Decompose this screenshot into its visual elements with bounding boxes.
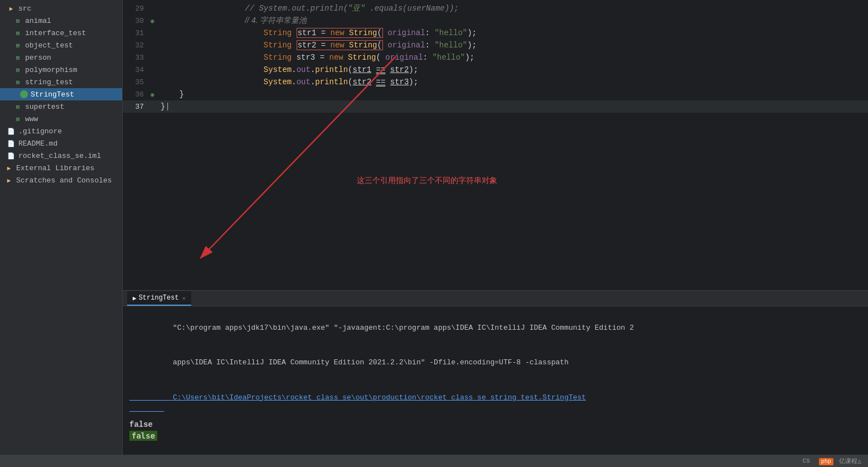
- sidebar-label: External Libraries: [16, 164, 94, 172]
- sidebar-label: person: [25, 54, 51, 62]
- sidebar-item-string-test[interactable]: ⊞ string_test: [0, 76, 122, 88]
- line-code: }|: [161, 102, 868, 111]
- line-number: 32: [123, 41, 151, 50]
- console-line-false-2: false: [129, 431, 861, 441]
- sidebar-item-www[interactable]: ⊞ www: [0, 113, 122, 125]
- code-line-35: 35 System.out.println(str2 == str3);: [123, 76, 868, 88]
- console-line-1: "C:\program apps\jdk17\bin\java.exe" "-j…: [129, 311, 861, 345]
- code-line-36: 36 ◉ }: [123, 88, 868, 100]
- line-gutter: ◉: [151, 89, 161, 99]
- sidebar-label: www: [25, 115, 38, 123]
- sidebar-label: animal: [25, 17, 51, 25]
- package-icon: ⊞: [13, 78, 22, 86]
- sidebar-item-external-libraries[interactable]: ▶ External Libraries: [0, 162, 122, 174]
- console-line-3[interactable]: C:\Users\bit\IdeaProjects\rocket_class_s…: [129, 381, 861, 415]
- line-number: 37: [123, 103, 151, 111]
- sidebar-label: polymorphism: [25, 66, 77, 74]
- line-number: 34: [123, 66, 151, 74]
- sidebar-label: Scratches and Consoles: [16, 176, 112, 185]
- console-output: "C:\program apps\jdk17\bin\java.exe" "-j…: [123, 306, 868, 455]
- editor-area: 29 // System.out.println("亚" .equals(use…: [123, 0, 868, 290]
- line-gutter: ◉: [151, 16, 161, 26]
- sidebar-label: object_test: [25, 41, 73, 50]
- console-line-false-1: false: [129, 418, 861, 431]
- file-icon: 📄: [7, 151, 16, 160]
- sidebar-item-scratches[interactable]: ▶ Scratches and Consoles: [0, 174, 122, 186]
- run-icon: [20, 90, 28, 98]
- sidebar-label: StringTest: [31, 90, 74, 99]
- sidebar: ▶ src ⊞ animal ⊞ interface_test ⊞ object…: [0, 0, 123, 455]
- console-line-2: apps\IDEA IC\IntelliJ IDEA Community Edi…: [129, 345, 861, 380]
- bottom-panel: ▶ StringTest ✕ "C:\program apps\jdk17\bi…: [123, 290, 868, 455]
- sidebar-label: interface_test: [25, 29, 86, 37]
- bottom-tabs: ▶ StringTest ✕: [123, 291, 868, 306]
- package-icon: ⊞: [13, 65, 22, 74]
- line-number: 36: [123, 90, 151, 99]
- code-content[interactable]: 29 // System.out.println("亚" .equals(use…: [123, 0, 868, 290]
- package-icon: ⊞: [13, 16, 22, 25]
- sidebar-label: .gitignore: [18, 127, 62, 136]
- line-number: 30: [123, 17, 151, 25]
- folder-icon: ▶: [7, 4, 16, 13]
- status-course: php 亿课程△: [819, 457, 861, 465]
- sidebar-label: supertest: [25, 103, 64, 111]
- sidebar-label: README.md: [18, 139, 57, 148]
- code-line-37: 37 }|: [123, 100, 868, 113]
- status-bar: CS php 亿课程△: [0, 455, 868, 467]
- file-icon: 📄: [7, 127, 16, 136]
- line-number: 29: [123, 4, 151, 13]
- sidebar-item-supertest[interactable]: ⊞ supertest: [0, 100, 122, 113]
- package-icon: ⊞: [13, 28, 22, 37]
- package-icon: ⊞: [13, 53, 22, 62]
- status-cs: CS: [803, 458, 810, 464]
- sidebar-item-readme[interactable]: 📄 README.md: [0, 137, 122, 150]
- sidebar-label: src: [18, 4, 31, 13]
- line-number: 33: [123, 54, 151, 62]
- sidebar-item-polymorphism[interactable]: ⊞ polymorphism: [0, 64, 122, 76]
- folder-icon: ▶: [4, 176, 13, 185]
- sidebar-item-person[interactable]: ⊞ person: [0, 51, 122, 64]
- package-icon: ⊞: [13, 102, 22, 111]
- package-icon: ⊞: [13, 114, 22, 123]
- sidebar-item-object-test[interactable]: ⊞ object_test: [0, 39, 122, 51]
- sidebar-item-gitignore[interactable]: 📄 .gitignore: [0, 125, 122, 137]
- code-lines: 29 // System.out.println("亚" .equals(use…: [123, 0, 868, 113]
- sidebar-item-interface-test[interactable]: ⊞ interface_test: [0, 27, 122, 39]
- sidebar-item-animal[interactable]: ⊞ animal: [0, 15, 122, 27]
- tab-close-button[interactable]: ✕: [182, 295, 186, 302]
- line-number: 35: [123, 78, 151, 86]
- file-icon: 📄: [7, 139, 16, 148]
- sidebar-label: rocket_class_se.iml: [18, 152, 101, 160]
- tab-label: StringTest: [139, 294, 179, 302]
- folder-icon: ▶: [4, 163, 13, 172]
- sidebar-item-stringtest[interactable]: StringTest: [0, 88, 122, 100]
- package-icon: ⊞: [13, 41, 22, 50]
- annotation-text: 这三个引用指向了三个不同的字符串对象: [357, 176, 497, 186]
- line-number: 31: [123, 29, 151, 37]
- editor-container: 29 // System.out.println("亚" .equals(use…: [123, 0, 868, 455]
- sidebar-label: string_test: [25, 78, 73, 86]
- tab-stringtest[interactable]: ▶ StringTest ✕: [127, 291, 191, 306]
- line-code: }: [161, 90, 868, 99]
- main-area: ▶ src ⊞ animal ⊞ interface_test ⊞ object…: [0, 0, 868, 455]
- sidebar-item-src[interactable]: ▶ src: [0, 2, 122, 15]
- sidebar-item-iml[interactable]: 📄 rocket_class_se.iml: [0, 150, 122, 162]
